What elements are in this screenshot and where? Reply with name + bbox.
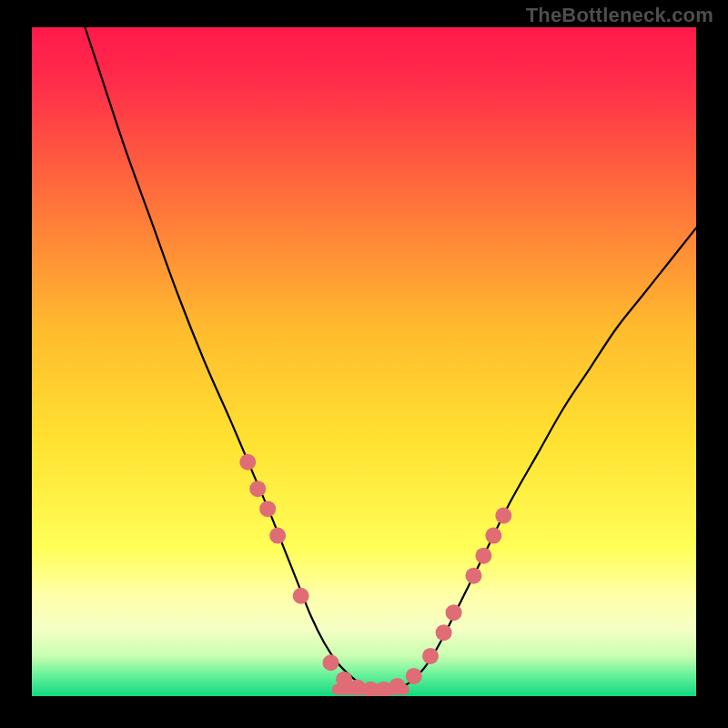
marker-dot	[436, 624, 452, 641]
marker-dot	[465, 568, 481, 584]
marker-dot	[249, 480, 266, 497]
marker-dot	[323, 654, 339, 671]
plot-area	[32, 27, 696, 696]
marker-dot	[239, 454, 256, 470]
marker-dot	[259, 500, 276, 517]
bottleneck-chart	[32, 27, 696, 696]
gradient-background	[32, 27, 696, 696]
marker-dot	[406, 668, 422, 684]
chart-frame: TheBottleneck.com	[0, 0, 728, 728]
marker-dot	[389, 678, 406, 694]
marker-dot	[485, 528, 501, 544]
marker-dot	[269, 528, 286, 544]
marker-dot	[422, 648, 439, 664]
marker-dot	[293, 588, 309, 604]
watermark-text: TheBottleneck.com	[526, 4, 713, 27]
marker-dot	[495, 508, 511, 524]
marker-dot	[475, 548, 491, 564]
marker-dot	[446, 604, 462, 621]
